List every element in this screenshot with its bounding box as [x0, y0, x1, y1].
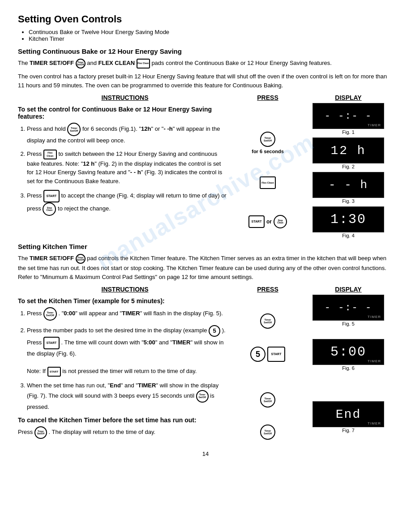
display-fig6: 5:00 TIMER Fig. 6 [313, 339, 384, 371]
instruction-header-1: INSTRUCTIONS PRESS DISPLAY [18, 94, 393, 101]
display-text-fig7: End [336, 408, 361, 421]
display-box-fig7: End TIMER [313, 401, 384, 427]
section2-left-col: To set the Kitchen Timer (example for 5 … [18, 295, 232, 442]
s2-step2-item: Press the number pads to set the desired… [27, 325, 227, 377]
press-note-1: for 6 seconds [252, 149, 284, 154]
fig2-caption: Fig. 2 [342, 164, 355, 169]
col-display-2: DISPLAY [304, 286, 393, 293]
display-box-fig6: 5:00 TIMER [313, 339, 384, 365]
timer-label-fig6: TIMER [368, 359, 381, 363]
timer-set-off-press-s2-3[interactable]: Timer Set/Off [260, 392, 275, 408]
col-press-2: PRESS [232, 286, 304, 293]
timer-label-fig1: TIMER [368, 123, 381, 127]
col-display-1: DISPLAY [304, 94, 393, 101]
start-btn-s2s2[interactable]: START [43, 337, 60, 349]
cancel-text: Press Timer Set/Off . The display will r… [18, 426, 227, 439]
fig5-caption: Fig. 5 [342, 321, 355, 326]
section2-press-col: Timer Set/Off 5 START Timer Set/Off Time… [232, 295, 304, 442]
timer-label-fig5: TIMER [368, 315, 381, 319]
page-number: 14 [18, 450, 393, 457]
section1-heading: Setting Continuous Bake or 12 Hour Energ… [18, 47, 393, 55]
display-text-fig3: - - h [329, 178, 368, 192]
display-fig3: - - h Fig. 3 [313, 172, 384, 204]
s2-step1-item: Press Timer Set/Off . "0:00" will appear… [27, 307, 227, 321]
s2-press-step2-row: 5 START [250, 347, 285, 362]
section2-para1: The TIMER SET/OFF Timer Set/Off pad cont… [18, 254, 393, 281]
section1-para1: The TIMER SET/OFF Timer Set/Off and FLEX… [18, 59, 393, 69]
start-icon-note: START [47, 367, 61, 377]
display-text-fig6: 5:00 [330, 344, 366, 360]
press-step3: START or Stop Clean [248, 215, 287, 228]
section1-left-col: To set the control for Continuous Bake o… [18, 103, 232, 238]
section2-display-col: - -:- - TIMER Fig. 5 5:00 TIMER Fig. 6 E… [304, 295, 393, 442]
section2-instruction-content: To set the Kitchen Timer (example for 5 … [18, 295, 393, 442]
timer-set-off-btn-s2s1[interactable]: Timer Set/Off [43, 307, 57, 321]
fig7-caption: Fig. 7 [342, 428, 355, 433]
press-step2: Flex Clean [260, 176, 276, 189]
num-5-press: 5 [250, 347, 265, 362]
display-box-fig1: - -:- - TIMER [313, 103, 384, 129]
step2-item: Press Flex Clean to switch between the 1… [27, 150, 227, 186]
col-instructions-1: INSTRUCTIONS [18, 94, 232, 101]
step1-item: Press and hold Timer Set/Off for 6 secon… [27, 123, 227, 145]
num-5-icon: 5 [209, 325, 220, 337]
s2-press-step2: 5 START [250, 347, 285, 362]
timer-set-off-press-s2-1[interactable]: Timer Set/Off [260, 313, 275, 329]
timer-set-off-btn-s2s3[interactable]: Timer Set/Off [196, 390, 209, 403]
display-fig2: 12 h Fig. 2 [313, 137, 384, 169]
start-btn-step3[interactable]: START [43, 190, 60, 202]
fig6-caption: Fig. 6 [342, 365, 355, 371]
cancel-text2: . The display will return to the time of… [48, 429, 155, 435]
timer-set-off-btn-cancel[interactable]: Timer Set/Off [34, 426, 47, 439]
col-instructions-2: INSTRUCTIONS [18, 286, 232, 293]
section2-sub-heading: To set the Kitchen Timer (example for 5 … [18, 297, 227, 305]
display-text-fig4: 1:30 [330, 212, 366, 227]
stop-clean-btn-step3[interactable]: Stop Clean [43, 202, 56, 216]
bullet-list: Continuous Bake or Twelve Hour Energy Sa… [29, 29, 393, 42]
fig3-caption: Fig. 3 [342, 198, 355, 204]
s2-press-step1: Timer Set/Off [260, 313, 275, 329]
instruction-header-2: INSTRUCTIONS PRESS DISPLAY [18, 286, 393, 293]
stop-clean-press-3[interactable]: Stop Clean [274, 215, 287, 228]
section1-para2: The oven control has a factory preset bu… [18, 72, 393, 90]
display-box-fig2: 12 h [313, 137, 384, 163]
display-box-fig4: 1:30 [313, 206, 384, 232]
press-step1: Timer Set/Off for 6 seconds [252, 132, 284, 154]
section1-instruction-content: To set the control for Continuous Bake o… [18, 103, 393, 238]
timer-set-off-icon-s2: Timer Set/Off [76, 254, 86, 264]
timer-set-off-press-1[interactable]: Timer Set/Off [260, 132, 275, 147]
display-box-fig5: - -:- - TIMER [313, 295, 384, 321]
display-text-fig5: - -:- - [325, 302, 372, 313]
page-title: Setting Oven Controls [18, 13, 393, 25]
cancel-section: To cancel the Kitchen Timer before the s… [18, 416, 227, 439]
bullet-item-1: Continuous Bake or Twelve Hour Energy Sa… [29, 29, 393, 35]
press-label-cancel: Press [18, 429, 33, 435]
start-press-s2-2[interactable]: START [267, 347, 285, 362]
flex-clean-press-2[interactable]: Flex Clean [260, 176, 276, 189]
timer-label-fig7: TIMER [368, 421, 381, 425]
timer-set-off-icon-inline: Timer Set/Off [76, 59, 86, 69]
display-text-fig1: - -:- - [325, 111, 372, 122]
timer-set-off-press-cancel[interactable]: Timer Set/Off [260, 425, 275, 440]
display-box-fig3: - - h [313, 172, 384, 198]
display-fig4: 1:30 Fig. 4 [313, 206, 384, 238]
section1-press-col: Timer Set/Off for 6 seconds Flex Clean S… [232, 103, 304, 238]
or-text-3: or [266, 219, 272, 225]
section1-sub-heading: To set the control for Continuous Bake o… [18, 106, 227, 120]
section1-display-col: - -:- - TIMER Fig. 1 12 h Fig. 2 - - h F… [304, 103, 393, 238]
press-step3-row: START or Stop Clean [248, 215, 287, 228]
fig1-caption: Fig. 1 [342, 129, 355, 135]
flex-clean-btn-step2[interactable]: Flex Clean [43, 150, 57, 159]
cancel-heading: To cancel the Kitchen Timer before the s… [18, 416, 227, 424]
step3-item: Press START to accept the change (Fig. 4… [27, 190, 227, 216]
start-press-3[interactable]: START [248, 215, 265, 228]
bullet-item-2: Kitchen Timer [29, 35, 393, 42]
section1-steps: Press and hold Timer Set/Off for 6 secon… [27, 123, 227, 216]
col-press-1: PRESS [232, 94, 304, 101]
s2-press-step3: Timer Set/Off [260, 392, 275, 408]
section2-steps: Press Timer Set/Off . "0:00" will appear… [27, 307, 227, 411]
s2-press-cancel: Timer Set/Off [260, 425, 275, 440]
flex-clean-icon-inline: Flex Clean [137, 59, 150, 69]
display-fig7: End TIMER Fig. 7 [313, 401, 384, 433]
timer-set-off-btn-step1[interactable]: Timer Set/Off [67, 123, 81, 136]
